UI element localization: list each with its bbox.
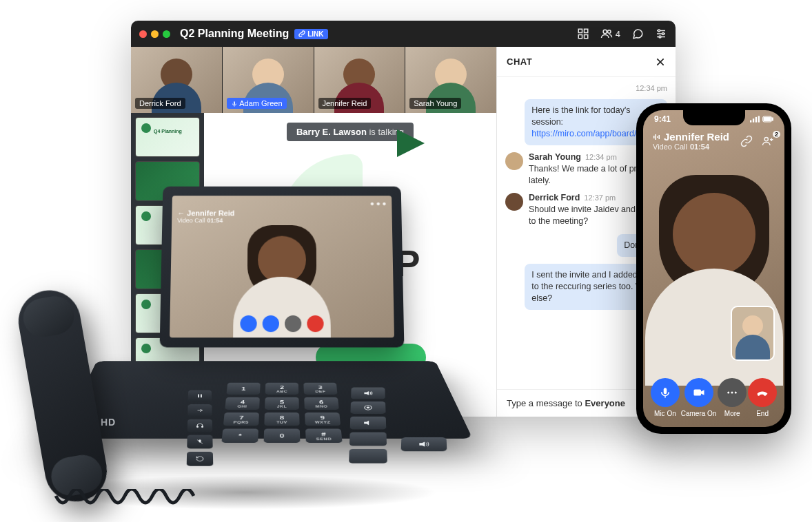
minimize-icon[interactable] <box>151 30 159 38</box>
headset-key[interactable] <box>187 419 212 432</box>
keypad-key-star[interactable]: * <box>221 429 258 443</box>
participant-name-tag: Jennifer Reid <box>318 98 372 109</box>
grid-view-icon[interactable] <box>577 28 589 40</box>
camera-label: Camera On <box>681 410 717 417</box>
svg-point-7 <box>662 33 664 35</box>
keypad-key-hash[interactable]: #SEND <box>305 429 343 443</box>
hangup-icon <box>755 386 769 399</box>
participants-count[interactable]: 4 <box>600 28 620 40</box>
chat-timestamp: 12:37 pm <box>584 194 616 202</box>
hd-label: HD <box>101 417 116 428</box>
link-icon <box>298 30 305 37</box>
settings-sliders-icon[interactable] <box>655 28 667 40</box>
participant-thumb[interactable]: Adam Green <box>223 47 314 113</box>
svg-rect-15 <box>764 117 771 121</box>
svg-point-24 <box>728 392 730 394</box>
window-titlebar: Q2 Planning Meeting LINK 4 <box>131 21 676 47</box>
add-people-icon[interactable]: 2 <box>761 135 775 147</box>
keypad-key-9[interactable]: 9WXYZ <box>305 413 341 426</box>
desk-phone-function-keys <box>187 390 214 466</box>
svg-point-33 <box>367 407 369 408</box>
keypad-key-0[interactable]: 0 <box>264 429 301 443</box>
svg-rect-16 <box>772 118 773 121</box>
svg-rect-23 <box>693 390 701 396</box>
self-view-pip[interactable] <box>731 306 775 361</box>
svg-rect-20 <box>659 135 660 139</box>
keypad-key-5[interactable]: 5JKL <box>265 397 299 410</box>
link-badge[interactable]: LINK <box>294 29 327 39</box>
redial-key[interactable] <box>187 452 214 466</box>
keypad-key-6[interactable]: 6MNO <box>304 397 339 410</box>
speaker-icon <box>418 441 429 447</box>
mute-key[interactable] <box>187 435 212 449</box>
camera-button[interactable] <box>263 315 279 332</box>
close-icon[interactable] <box>655 56 666 67</box>
call-duration: 01:54 <box>690 143 709 151</box>
svg-rect-3 <box>584 35 587 39</box>
chat-icon[interactable] <box>631 28 644 40</box>
caller-name: Jennifer Reid <box>664 131 729 143</box>
desk-phone-screen-bezel: ● ● ● ← Jennifer Reid Video Call 01:54 <box>160 187 405 348</box>
keypad-key-1[interactable]: 1 <box>226 383 260 395</box>
end-label: End <box>756 410 769 417</box>
desk-phone-cord <box>52 489 204 516</box>
svg-rect-18 <box>656 134 657 140</box>
svg-rect-13 <box>758 116 760 122</box>
avatar <box>505 193 523 211</box>
keypad-key-8[interactable]: 8TUV <box>264 413 299 426</box>
hold-key[interactable] <box>188 390 212 402</box>
svg-rect-29 <box>196 426 198 428</box>
desk-phone-screen: ● ● ● ← Jennifer Reid Video Call 01:54 <box>170 196 394 337</box>
more-icon <box>726 386 738 399</box>
participant-thumb[interactable]: Derrick Ford <box>131 47 223 113</box>
speaker-button[interactable] <box>401 437 447 451</box>
svg-point-4 <box>603 30 607 33</box>
nav-key[interactable] <box>349 432 387 446</box>
transfer-key[interactable] <box>187 404 212 417</box>
keypad-key-7[interactable]: 7PQRS <box>223 413 259 426</box>
more-button[interactable] <box>718 378 747 407</box>
nav-key[interactable] <box>350 401 385 414</box>
camera-button[interactable] <box>684 378 713 407</box>
volume-down-key[interactable] <box>350 417 387 430</box>
battery-icon <box>762 116 773 123</box>
chat-header-label: CHAT <box>507 56 532 67</box>
participant-name-tag: Adam Green <box>227 98 287 109</box>
svg-point-6 <box>658 30 660 32</box>
desk-phone-side-keys <box>349 388 387 463</box>
keypad-key-4[interactable]: 4GHI <box>225 397 260 410</box>
mic-button[interactable] <box>240 315 256 332</box>
people-badge: 2 <box>773 131 780 138</box>
audio-bars-icon <box>653 133 661 141</box>
end-call-button[interactable] <box>748 378 777 407</box>
close-icon[interactable] <box>139 30 147 38</box>
volume-up-key[interactable] <box>351 388 385 399</box>
slide-thumb-title: Q4 Planning <box>154 129 182 134</box>
chat-sender: Derrick Ford <box>529 193 580 202</box>
call-type: Video Call <box>653 143 687 151</box>
chat-timestamp: 12:34 pm <box>585 153 617 161</box>
chat-sender: Sarah Young <box>529 152 581 162</box>
end-call-button[interactable] <box>307 315 323 332</box>
slide-thumb[interactable]: Q4 Planning <box>135 117 200 157</box>
svg-rect-11 <box>753 118 754 122</box>
participant-thumb[interactable]: Sarah Young <box>405 47 496 113</box>
camera-icon <box>693 386 705 399</box>
more-label: More <box>724 410 740 417</box>
desk-phone-keypad: 1 2ABC 3DEF 4GHI 5JKL 6MNO 7PQRS 8TUV 9W… <box>221 383 342 443</box>
desk-phone-device: HD 1 2ABC 3DEF 4GHI 5JKL 6MNO 7PQRS 8TUV… <box>25 172 466 503</box>
signal-icon <box>750 116 760 123</box>
desk-phone-call-controls <box>240 315 323 332</box>
participant-name-tag: Derrick Ford <box>135 98 185 109</box>
keypad-key-2[interactable]: 2ABC <box>265 383 299 395</box>
link-icon[interactable] <box>740 135 753 147</box>
participant-thumb[interactable]: Jennifer Reid <box>314 47 406 113</box>
svg-rect-1 <box>584 29 587 32</box>
people-icon <box>600 28 613 40</box>
pause-button[interactable] <box>285 315 301 332</box>
mic-button[interactable] <box>651 378 680 407</box>
keypad-key-3[interactable]: 3DEF <box>303 383 337 395</box>
mic-label: Mic On <box>654 410 676 417</box>
maximize-icon[interactable] <box>163 30 170 38</box>
nav-key[interactable] <box>349 449 387 463</box>
